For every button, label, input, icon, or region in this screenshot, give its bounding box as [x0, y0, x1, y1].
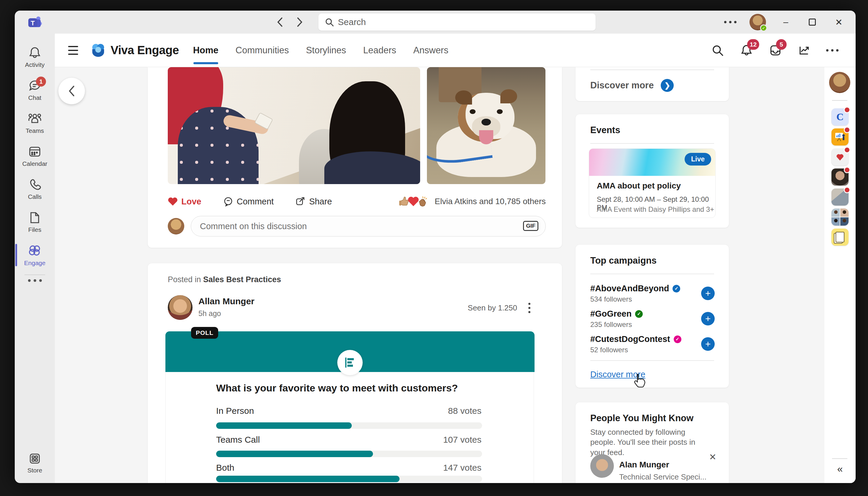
tab-communities[interactable]: Communities [236, 34, 289, 67]
community-link[interactable]: Sales Best Practices [203, 275, 281, 284]
file-icon [28, 211, 42, 224]
collapse-feed-button[interactable] [58, 78, 85, 104]
comment-input-box[interactable]: GIF [191, 216, 546, 236]
events-card-title: Events [590, 125, 620, 136]
sidebar-item-chat[interactable]: 1 Chat [15, 74, 55, 107]
video-grid-app[interactable] [832, 208, 849, 226]
search-input[interactable] [338, 17, 589, 27]
hamburger-menu-icon[interactable] [68, 44, 81, 57]
titlebar-more-icon[interactable] [724, 21, 736, 23]
post-photo-bulldog[interactable] [427, 67, 545, 184]
notification-dot [844, 147, 850, 153]
top-campaigns-card: Top campaigns #AboveAndBeyond ✓ 534 foll… [575, 245, 729, 388]
reactions-summary[interactable]: Elvia Atkins and 10,785 others [400, 196, 546, 207]
current-user-avatar [168, 218, 184, 234]
poll-option-bar[interactable] [216, 476, 482, 482]
poll-type-badge: POLL [191, 327, 218, 339]
sidebar-item-teams[interactable]: Teams [15, 107, 55, 140]
comment-button[interactable]: Comment [223, 197, 274, 206]
discover-more-button[interactable]: Discover more ❯ [590, 79, 674, 92]
notifications-badge: 12 [747, 39, 759, 50]
share-button[interactable]: Share [296, 197, 332, 206]
gif-button[interactable]: GIF [523, 221, 538, 231]
poll-option-label: Both [216, 463, 235, 473]
close-button[interactable]: ✕ [832, 15, 845, 29]
campaign-row[interactable]: #GoGreen ✓ 235 followers [590, 309, 714, 329]
newsletter-app[interactable] [832, 229, 849, 246]
notification-dot [844, 107, 850, 113]
campaign-name: #CutestDogContest [590, 334, 670, 344]
title-bar: T ✓ – ✕ [15, 11, 856, 34]
verified-badge-green-icon: ✓ [635, 310, 643, 318]
follow-campaign-button[interactable]: + [701, 337, 715, 351]
tab-answers[interactable]: Answers [413, 34, 448, 67]
event-cover-image: Live [589, 149, 715, 176]
tab-leaders[interactable]: Leaders [363, 34, 396, 67]
author-name[interactable]: Allan Munger [198, 296, 254, 306]
notification-dot [844, 167, 850, 173]
poll-option-votes: 147 votes [443, 463, 481, 473]
sidebar-item-label: Teams [26, 127, 44, 134]
poll-option-bar[interactable] [216, 422, 482, 429]
campaign-name: #AboveAndBeyond [590, 284, 669, 293]
poll-question: What is your favorite way to meet with c… [216, 382, 458, 394]
author-avatar[interactable] [168, 295, 193, 320]
sidebar-divider [25, 275, 45, 275]
analytics-icon[interactable] [797, 43, 811, 58]
notifications-bell-icon[interactable]: 12 [739, 43, 753, 58]
follow-campaign-button[interactable]: + [701, 286, 715, 300]
poll-option-bar[interactable] [216, 451, 482, 457]
header-search-icon[interactable] [710, 43, 725, 58]
love-button[interactable]: Love [168, 197, 201, 206]
sidebar-item-label: Activity [25, 61, 45, 68]
post-timestamp: 5h ago [198, 309, 221, 318]
nav-forward-icon[interactable] [294, 16, 305, 28]
app-title: Viva Engage [110, 44, 179, 57]
event-tile[interactable]: Live AMA about pet policy Sept 28, 10:00… [589, 149, 716, 218]
sidebar-item-label: Calendar [22, 160, 47, 167]
follow-campaign-button[interactable]: + [701, 312, 715, 325]
sidebar-item-store[interactable]: Store [15, 448, 55, 478]
maximize-button[interactable] [806, 15, 819, 29]
campaign-row[interactable]: #CutestDogContest ✓ 52 followers [590, 334, 714, 354]
campaign-followers: 235 followers [590, 321, 714, 329]
dismiss-suggestion-icon[interactable]: ✕ [709, 452, 716, 462]
sidebar-item-calls[interactable]: Calls [15, 173, 55, 205]
sidebar-more-icon[interactable] [28, 279, 42, 282]
poll-post-card: Posted in Sales Best Practices Allan Mun… [148, 263, 562, 483]
sidebar-item-files[interactable]: Files [15, 205, 55, 238]
campaign-followers: 534 followers [590, 295, 714, 304]
suggested-person-avatar[interactable] [590, 454, 614, 478]
search-bar[interactable] [318, 14, 596, 31]
sidebar-item-label: Store [27, 467, 42, 474]
campaign-row[interactable]: #AboveAndBeyond ✓ 534 followers [590, 284, 714, 304]
poll-option-label: Teams Call [216, 435, 260, 445]
post-photo-meeting[interactable] [168, 67, 420, 184]
minimize-button[interactable]: – [779, 15, 793, 29]
reaction-count-label: Elvia Atkins and 10,785 others [435, 197, 546, 206]
collapse-rail-icon[interactable]: « [824, 463, 856, 475]
profile-avatar[interactable]: ✓ [749, 14, 766, 30]
sidebar-item-engage[interactable]: Engage [15, 238, 55, 272]
teams-window: T ✓ – ✕ [15, 11, 856, 483]
engage-nav: Home Communities Storylines Leaders Answ… [193, 34, 448, 67]
comment-icon [223, 197, 233, 206]
campaign-name: #GoGreen [590, 309, 631, 319]
comment-input[interactable] [200, 221, 516, 231]
sidebar-item-activity[interactable]: Activity [15, 41, 55, 74]
inbox-icon[interactable]: 5 [768, 43, 782, 58]
sidebar-item-calendar[interactable]: Calendar [15, 140, 55, 173]
engage-flower-icon [28, 244, 42, 258]
teams-logo-icon[interactable]: T [27, 15, 43, 30]
rail-profile-avatar[interactable] [829, 72, 850, 93]
nav-back-icon[interactable] [274, 16, 286, 28]
tab-home[interactable]: Home [193, 34, 219, 67]
posted-in-label: Posted in Sales Best Practices [168, 275, 281, 284]
chevron-right-icon: ❯ [661, 79, 674, 92]
post-menu-icon[interactable] [527, 301, 532, 314]
search-icon [325, 18, 334, 27]
suggested-person-name[interactable]: Alan Munger [619, 460, 669, 469]
header-more-icon[interactable] [826, 49, 839, 51]
tab-storylines[interactable]: Storylines [306, 34, 346, 67]
phone-icon [28, 178, 42, 191]
